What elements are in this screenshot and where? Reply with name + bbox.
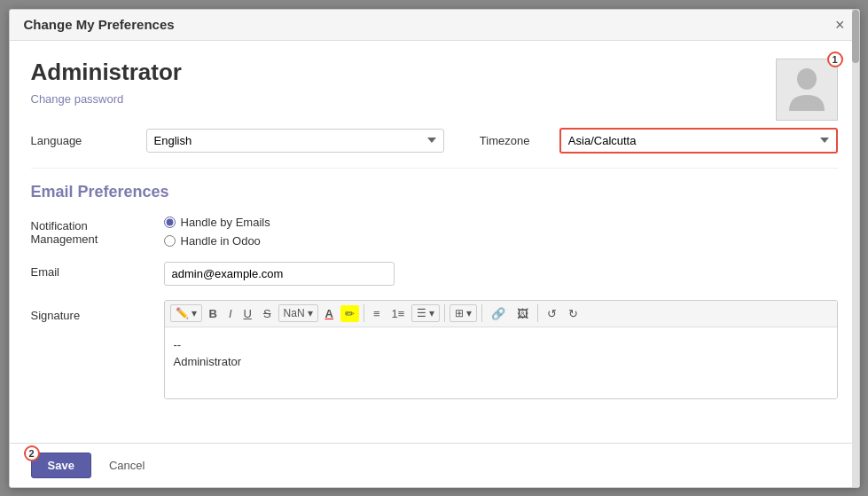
- footer-save-wrap: 2 Save: [31, 453, 91, 478]
- handle-by-emails-label: Handle by Emails: [181, 216, 270, 229]
- language-timezone-row: Language English French Spanish German T…: [31, 128, 838, 154]
- change-password-link[interactable]: Change password: [31, 92, 124, 106]
- admin-name: Administrator: [31, 59, 776, 86]
- section-title: Email Preferences: [31, 183, 838, 201]
- avatar-outer: 1: [776, 59, 838, 121]
- notification-management-row: NotificationManagement Handle by Emails …: [31, 216, 838, 248]
- align-dropdown[interactable]: ☰ ▾: [411, 304, 440, 322]
- save-button[interactable]: Save: [31, 453, 91, 478]
- modal-overlay: Change My Preferences × Administrator Ch…: [0, 0, 868, 496]
- redo-button[interactable]: ↻: [564, 304, 583, 323]
- table-dropdown[interactable]: ⊞ ▾: [450, 304, 477, 322]
- timezone-label: Timezone: [480, 134, 559, 147]
- modal-footer: 2 Save Cancel: [10, 443, 859, 487]
- underline-button[interactable]: U: [239, 304, 256, 323]
- email-row: Email: [31, 262, 838, 286]
- language-select[interactable]: English French Spanish German: [146, 129, 444, 153]
- signature-row: Signature ✏️ ▾ B I U S NaN: [31, 300, 838, 399]
- language-select-wrap: English French Spanish German: [146, 129, 444, 153]
- email-content: [164, 262, 838, 286]
- link-button[interactable]: 🔗: [487, 304, 510, 323]
- unordered-list-button[interactable]: ≡: [369, 304, 385, 323]
- notification-management-content: Handle by Emails Handle in Odoo: [164, 216, 838, 248]
- svg-point-0: [797, 68, 817, 90]
- font-size-label: NaN: [284, 307, 305, 319]
- notification-management-label: NotificationManagement: [31, 216, 164, 246]
- italic-button[interactable]: I: [224, 304, 237, 323]
- align-icon: ☰: [417, 307, 426, 319]
- radio-group: Handle by Emails Handle in Odoo: [164, 216, 838, 248]
- modal-header: Change My Preferences ×: [10, 10, 859, 41]
- editor-toolbar: ✏️ ▾ B I U S NaN ▾ A ✏: [165, 301, 837, 327]
- radio-handle-by-emails[interactable]: Handle by Emails: [164, 216, 838, 229]
- radio-handle-by-emails-input[interactable]: [164, 217, 176, 228]
- scrollbar[interactable]: [852, 10, 859, 487]
- toolbar-sep-1: [364, 304, 364, 322]
- email-label: Email: [31, 262, 164, 279]
- cancel-button[interactable]: Cancel: [100, 453, 153, 477]
- modal-title: Change My Preferences: [24, 17, 175, 32]
- avatar-badge: 1: [827, 51, 843, 67]
- person-icon: [785, 65, 829, 114]
- signature-editor: ✏️ ▾ B I U S NaN ▾ A ✏: [164, 300, 838, 399]
- admin-left: Administrator Change password: [31, 59, 776, 106]
- signature-label: Signature: [31, 300, 164, 322]
- modal-body: Administrator Change password 1 Language: [10, 41, 859, 443]
- save-badge: 2: [24, 445, 40, 461]
- toolbar-sep-4: [537, 304, 538, 322]
- image-button[interactable]: 🖼: [512, 304, 533, 323]
- style-dropdown-icon: ✏️: [176, 307, 189, 319]
- avatar-container[interactable]: [776, 59, 838, 121]
- table-icon: ⊞: [455, 307, 464, 319]
- section-divider: [31, 168, 838, 169]
- style-dropdown-arrow: ▾: [192, 307, 197, 319]
- font-size-dropdown[interactable]: NaN ▾: [278, 304, 318, 322]
- radio-handle-in-odoo[interactable]: Handle in Odoo: [164, 234, 838, 248]
- timezone-select[interactable]: Asia/Calcutta UTC America/New_York Europ…: [559, 128, 838, 154]
- timezone-group: Timezone Asia/Calcutta UTC America/New_Y…: [480, 128, 838, 154]
- email-input[interactable]: [164, 262, 395, 286]
- font-color-button[interactable]: A: [321, 304, 338, 323]
- radio-handle-in-odoo-input[interactable]: [164, 235, 176, 247]
- timezone-select-wrap: Asia/Calcutta UTC America/New_York Europ…: [559, 128, 838, 154]
- modal-close-button[interactable]: ×: [835, 17, 845, 33]
- strikethrough-button[interactable]: S: [259, 304, 276, 323]
- toolbar-sep-3: [481, 304, 482, 322]
- style-dropdown[interactable]: ✏️ ▾: [170, 304, 202, 322]
- toolbar-sep-2: [444, 304, 445, 322]
- change-preferences-modal: Change My Preferences × Administrator Ch…: [9, 9, 860, 488]
- editor-line1: --: [174, 336, 828, 354]
- undo-button[interactable]: ↺: [543, 304, 561, 323]
- admin-row: Administrator Change password 1: [31, 59, 838, 121]
- handle-in-odoo-label: Handle in Odoo: [181, 234, 261, 248]
- scrollbar-indicator[interactable]: [852, 10, 859, 63]
- language-label: Language: [31, 134, 146, 147]
- editor-line2: Administrator: [174, 353, 828, 371]
- ordered-list-button[interactable]: 1≡: [387, 304, 410, 323]
- editor-content[interactable]: -- Administrator: [165, 327, 837, 398]
- bold-button[interactable]: B: [205, 304, 222, 323]
- highlight-button[interactable]: ✏: [340, 305, 359, 322]
